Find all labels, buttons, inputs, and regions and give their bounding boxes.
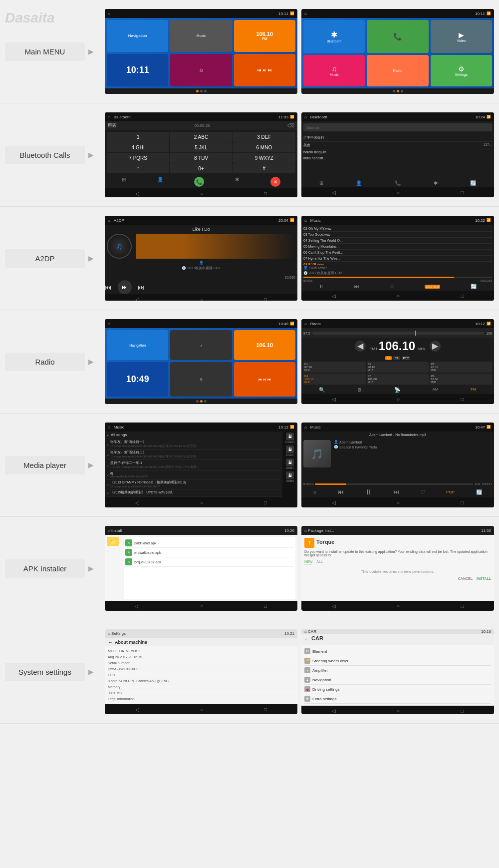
apk-tab-all[interactable]: ALL: [316, 560, 322, 564]
radio-tab-pty[interactable]: PTY: [402, 356, 411, 360]
home-nav-btn[interactable]: ○: [397, 500, 400, 505]
preset-item[interactable]: P4 106.10 MHZ: [303, 374, 366, 385]
dial-key[interactable]: 7 PQRS: [107, 153, 169, 163]
accept-call-btn[interactable]: 📞: [194, 177, 204, 187]
media-file-item[interactable]: ♪ 《2015格莱美的喝彩》 UPDTS-WAV分轨: [107, 489, 280, 496]
back-nav-btn[interactable]: ◁: [332, 500, 336, 505]
apk-folder-icon[interactable]: 📁: [107, 537, 119, 546]
tile-radio[interactable]: 106.10 FM: [234, 20, 295, 52]
tile-phone[interactable]: 📞: [367, 20, 428, 53]
time-progress[interactable]: [315, 483, 473, 485]
tile-video[interactable]: ▶ Video: [431, 20, 492, 53]
home-nav-btn[interactable]: ○: [397, 397, 400, 402]
dial-key[interactable]: 8 TUV: [170, 153, 232, 163]
contact-item[interactable]: 汇丰中国银行: [303, 134, 492, 142]
settings-icon[interactable]: ⚙: [357, 387, 362, 393]
phone-icon[interactable]: 📞: [395, 180, 401, 186]
recent-nav-btn[interactable]: □: [264, 603, 267, 609]
back-nav-btn[interactable]: ◁: [332, 397, 336, 402]
tile-bluetooth[interactable]: ✱ Bluetooth: [303, 20, 365, 53]
home-nav-btn[interactable]: ○: [200, 707, 203, 712]
side-icon[interactable]: 💾: [286, 471, 294, 479]
decline-call-btn[interactable]: ✕: [270, 177, 280, 187]
recent-nav-btn[interactable]: □: [264, 191, 267, 196]
media-file-item[interactable]: ♪ 张学友-《听听经典二》 13 songs /storage/E242A40E…: [107, 449, 280, 460]
recent-nav-btn[interactable]: □: [461, 397, 464, 402]
back-nav-btn[interactable]: ◁: [135, 603, 139, 609]
recent-nav-btn[interactable]: □: [264, 707, 267, 712]
dial-key[interactable]: *: [107, 163, 169, 173]
car-settings-item[interactable]: ▲ Navigation: [304, 675, 491, 685]
bt-icon[interactable]: ✱: [434, 180, 438, 186]
car-back-btn[interactable]: ←: [304, 637, 309, 642]
apk-tab-new[interactable]: NEW: [304, 560, 312, 564]
radio-wave-tile[interactable]: ♪: [170, 330, 232, 360]
dial-key[interactable]: 0+: [170, 163, 232, 173]
contact-item[interactable]: hatem belgium: [303, 149, 492, 155]
preset-item[interactable]: P3 98.10 MHZ: [430, 362, 492, 373]
home-nav-btn[interactable]: ○: [200, 191, 203, 196]
media-file-item[interactable]: ♪ 《2013 GRAMMY Nominees》(格莱美的喝彩2013) 22 …: [107, 479, 280, 489]
home-nav-btn[interactable]: ○: [397, 603, 400, 609]
dial-key[interactable]: #: [233, 163, 295, 173]
next-btn[interactable]: ⏭: [138, 283, 145, 291]
skip-next-icon[interactable]: ⏭: [354, 284, 359, 289]
media-file-item[interactable]: ♪ 黑鸭子-伴你二十年-1 1 songs /storage/E242A40E4…: [107, 460, 280, 470]
home-nav-btn[interactable]: ○: [397, 293, 400, 299]
prev-station-btn[interactable]: ◀: [355, 341, 366, 352]
skip-prev-btn[interactable]: ⏮: [338, 488, 344, 495]
prev-btn[interactable]: ⏮: [105, 283, 112, 291]
car-settings-item[interactable]: ⚙ Element: [304, 647, 491, 656]
pause-icon[interactable]: ⏸: [319, 284, 324, 289]
apk-file-item[interactable]: A birdwallpaper.apk: [125, 548, 294, 557]
apk-file-item[interactable]: A DabPlayer.apk: [125, 538, 294, 548]
home-nav-btn[interactable]: ○: [397, 708, 400, 714]
back-nav-btn[interactable]: ◁: [332, 293, 336, 299]
back-nav-btn[interactable]: ◁: [135, 707, 139, 712]
recent-nav-btn[interactable]: □: [461, 603, 464, 609]
tile-radio2[interactable]: Radio: [367, 55, 428, 86]
heart-icon[interactable]: ♡: [390, 284, 394, 289]
radio-controls-tile[interactable]: ⏮ ⏯ ⏭: [234, 362, 295, 397]
play-btn[interactable]: ⏭: [118, 280, 132, 294]
music-item[interactable]: 02 Oh My MY.wav: [303, 226, 492, 232]
music-item[interactable]: 07 Hymn for The Wee...: [303, 256, 492, 262]
back-nav-btn[interactable]: ◁: [332, 708, 336, 714]
car-settings-item[interactable]: 🚗 Driving settings: [304, 685, 491, 694]
skip-next-btn[interactable]: ⏭: [393, 488, 399, 495]
music-item[interactable]: 06 Can't Stop The Feeli...: [303, 250, 492, 256]
tile-music2[interactable]: ♫ Music: [303, 55, 365, 86]
cancel-btn[interactable]: CANCEL: [458, 577, 473, 580]
preset-item[interactable]: P6 87.50 MHZ: [430, 374, 492, 385]
dial-key[interactable]: 3 DEF: [233, 132, 295, 142]
preset-item[interactable]: P2 90.10 MHZ: [367, 362, 429, 373]
tile-controls[interactable]: ⏮ ⏯ ⏭: [234, 54, 295, 87]
playlist-icon[interactable]: ≡: [313, 489, 316, 495]
radio-tab-ta[interactable]: TA: [393, 356, 400, 360]
side-icon[interactable]: 💾: [286, 433, 294, 440]
radio-tab-af[interactable]: AF: [385, 356, 392, 360]
refresh-icon[interactable]: 🔄: [470, 180, 476, 186]
car-settings-item[interactable]: ♪ Amplifier: [304, 666, 491, 675]
am-btn[interactable]: AM: [432, 387, 438, 393]
bt-search[interactable]: Search: [303, 123, 492, 131]
media-file-item[interactable]: ♪ 张学友-《听听经典一》 13 songs /storage/E242A40E…: [107, 439, 280, 449]
car-settings-item[interactable]: 🔑 Steering wheel keys: [304, 656, 491, 666]
bluetooth-icon[interactable]: ✱: [235, 177, 239, 187]
recent-nav-btn[interactable]: □: [461, 500, 464, 505]
dial-key[interactable]: 5 JKL: [170, 142, 232, 152]
music-item[interactable]: 05 Moving Mountains...: [303, 244, 492, 250]
custom-badge[interactable]: CUSTOM: [425, 285, 441, 289]
contact-item[interactable]: india handsfr...: [303, 155, 492, 161]
radio-nav-tile[interactable]: Navigation: [107, 330, 168, 360]
grid-icon-2[interactable]: ⊞: [319, 180, 323, 186]
back-nav-btn[interactable]: ◁: [332, 190, 336, 195]
search-icon[interactable]: 🔍: [319, 387, 325, 393]
apk-file-item[interactable]: A torque-1.8.92.apk: [125, 557, 294, 567]
back-btn[interactable]: ←: [108, 639, 113, 645]
radio-freq-tile[interactable]: 106.10: [234, 330, 295, 360]
home-nav-btn[interactable]: ○: [200, 500, 203, 505]
back-nav-btn[interactable]: ◁: [332, 603, 336, 609]
media-file-item[interactable]: ♪ dj /storage/E242A40E42A3E60F/: [107, 470, 280, 479]
tile-media[interactable]: ♫: [170, 54, 232, 87]
